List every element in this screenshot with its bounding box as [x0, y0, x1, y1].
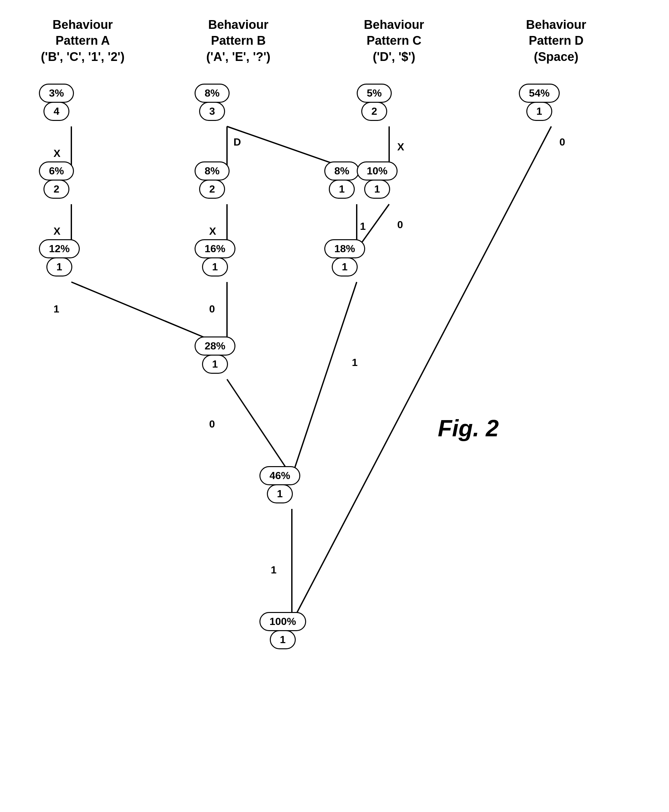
node-c1: 5% 2 [357, 84, 392, 121]
node-c1-percent: 5% [357, 84, 392, 103]
edge-label-b2b3: X [209, 225, 216, 237]
node-b2: 8% 2 [195, 161, 230, 199]
header-pattern-c: Behaviour Pattern C ('D', '$') [337, 17, 451, 65]
edge-label-j1j2: 0 [209, 418, 215, 430]
node-b3-percent: 16% [195, 239, 235, 258]
edge-label-c2m1: 0 [397, 219, 403, 231]
edge-label-a2a3: X [54, 225, 61, 237]
edge-label-m1j2: 1 [352, 357, 358, 369]
diagram: Behaviour Pattern A ('B', 'C', '1', '2')… [0, 0, 669, 812]
node-j2-value: 1 [267, 484, 293, 503]
node-a2: 6% 2 [39, 161, 74, 199]
edges-svg [0, 0, 669, 812]
node-a3-percent: 12% [39, 239, 80, 258]
header-pattern-b: Behaviour Pattern B ('A', 'E', '?') [182, 17, 295, 65]
node-j1: 28% 1 [195, 336, 235, 374]
node-be1-percent: 8% [324, 161, 359, 181]
node-m1: 18% 1 [324, 239, 365, 277]
edge-label-c1c2: X [397, 141, 404, 153]
node-a1-percent: 3% [39, 84, 74, 103]
node-c1-value: 2 [361, 102, 387, 121]
node-j1-percent: 28% [195, 336, 235, 356]
node-m1-value: 1 [332, 257, 358, 277]
node-c2: 10% 1 [357, 161, 398, 199]
edge-label-b3j1: 0 [209, 303, 215, 315]
node-b2-value: 2 [199, 180, 225, 199]
node-b2-percent: 8% [195, 161, 230, 181]
node-j1-value: 1 [202, 355, 228, 374]
node-c2-value: 1 [364, 180, 390, 199]
node-b1-value: 3 [199, 102, 225, 121]
node-root-percent: 100% [259, 612, 306, 631]
edge-label-j2root: 1 [271, 564, 277, 576]
node-a2-value: 2 [44, 180, 69, 199]
node-a1-value: 4 [44, 102, 69, 121]
edge-label-d1root: 0 [560, 136, 565, 148]
node-m1-percent: 18% [324, 239, 365, 258]
node-c2-percent: 10% [357, 161, 398, 181]
edge-label-be1m1: 1 [360, 220, 366, 232]
node-b3: 16% 1 [195, 239, 235, 277]
edge-label-a3j1: 1 [54, 303, 59, 315]
node-be1: 8% 1 [324, 161, 359, 199]
node-d1-value: 1 [526, 102, 552, 121]
edge-label-a1a2: X [54, 148, 61, 159]
node-j2-percent: 46% [259, 466, 300, 485]
node-a1: 3% 4 [39, 84, 74, 121]
edge-label-b1b2: D [234, 136, 241, 148]
svg-line-12 [227, 379, 292, 476]
node-a2-percent: 6% [39, 161, 74, 181]
node-b1-percent: 8% [195, 84, 230, 103]
node-a3: 12% 1 [39, 239, 80, 277]
node-b3-value: 1 [202, 257, 228, 277]
svg-line-10 [292, 282, 357, 476]
node-a3-value: 1 [46, 257, 72, 277]
node-be1-value: 1 [329, 180, 355, 199]
node-d1: 54% 1 [519, 84, 560, 121]
node-j2: 46% 1 [259, 466, 300, 503]
node-root-value: 1 [270, 630, 296, 649]
header-pattern-a: Behaviour Pattern A ('B', 'C', '1', '2') [26, 17, 140, 65]
svg-line-11 [292, 126, 551, 622]
fig-label: Fig. 2 [438, 415, 499, 441]
header-pattern-d: Behaviour Pattern D (Space) [506, 17, 607, 65]
node-root: 100% 1 [259, 612, 306, 649]
node-d1-percent: 54% [519, 84, 560, 103]
node-b1: 8% 3 [195, 84, 230, 121]
